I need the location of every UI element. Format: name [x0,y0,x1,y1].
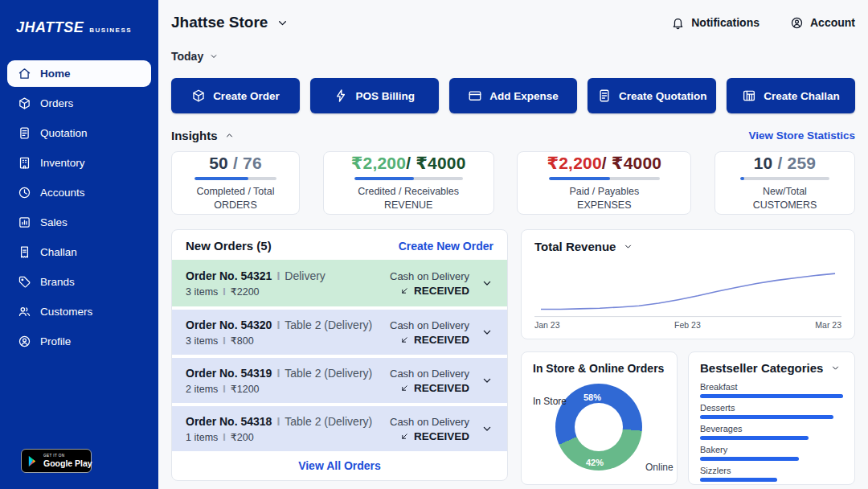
sidebar-item-label: Accounts [40,187,85,199]
sidebar-item-sales[interactable]: Sales [7,209,151,236]
insight-card-value: ₹2,200/ ₹4000 [547,154,661,171]
order-expand-chevron[interactable] [481,422,493,435]
top-header: Jhattse Store Notifications Account [158,0,868,45]
insight-card-caption: New/Total [763,185,807,198]
arrow-sw-icon [399,383,410,393]
arrow-sw-icon [399,286,410,296]
sidebar-item-inventory[interactable]: Inventory [7,150,151,176]
brand-logo-text: JHATTSE [16,19,84,36]
pos-billing-button[interactable]: POS Billing [310,78,439,113]
receipt-icon [18,245,31,259]
notifications-label: Notifications [691,16,760,29]
category-label: Desserts [700,403,843,413]
revenue-line-chart [534,257,841,318]
insights-title: Insights [171,129,218,142]
create-challan-button[interactable]: Create Challan [727,78,855,113]
create-order-button[interactable]: Create Order [171,78,300,113]
date-filter-label: Today [171,50,203,63]
insight-card-orders: 50 / 76 Completed / Total ORDERS [171,151,300,215]
category-label: Bakery [700,445,843,454]
order-amount: ₹200 [231,432,254,443]
google-play-badge[interactable]: GET IT ON Google Play [21,449,92,473]
date-filter-dropdown[interactable]: Today [171,50,219,63]
view-store-statistics-link[interactable]: View Store Statistics [748,129,855,142]
order-row[interactable]: Order No. 54318ITable 2 (Delivery) 1 ite… [172,406,507,451]
sidebar-item-orders[interactable]: Orders [7,90,151,117]
add-expense-button[interactable]: Add Expense [449,78,578,113]
card-icon [468,88,482,103]
quick-actions: Create Order POS Billing Add Expense Cre… [171,78,855,113]
insight-card-revenue: ₹2,200/ ₹4000 Credited / Receivables REV… [323,151,494,215]
view-all-orders-link[interactable]: View All Orders [298,459,381,472]
sidebar-item-label: Home [40,68,71,80]
order-status: RECEIVED [390,382,469,394]
google-play-icon [28,455,39,467]
sidebar-item-accounts[interactable]: Accounts [7,179,151,206]
order-row[interactable]: Order No. 54319ITable 2 (Delivery) 2 ite… [172,358,507,403]
account-button[interactable]: Account [790,16,855,30]
arrow-sw-icon [399,335,410,345]
bestseller-title: Bestseller Categories [700,361,823,375]
create-new-order-link[interactable]: Create New Order [399,240,493,253]
new-orders-panel: New Orders (5) Create New Order Order No… [171,229,508,481]
insight-card-caption: Credited / Receivables [358,185,459,198]
sidebar-item-brands[interactable]: Brands [7,269,151,295]
create-quotation-button[interactable]: Create Quotation [588,78,716,113]
action-button-label: Create Order [213,90,280,102]
category-label: Beverages [700,424,843,434]
order-expand-chevron[interactable] [481,277,493,290]
sidebar-item-label: Customers [40,306,92,318]
total-revenue-dropdown[interactable]: Total Revenue [534,240,841,253]
order-payment-method: Cash on Delivery [390,416,469,428]
insight-card-value: ₹2,200/ ₹4000 [351,154,466,171]
cube-icon [191,88,206,103]
category-bar [700,457,799,461]
category-row: Breakfast [700,382,843,398]
bestseller-dropdown[interactable]: Bestseller Categories [700,361,843,375]
category-row: Bakery [700,445,843,461]
arrow-sw-icon [399,431,410,442]
insight-card-value: 50 / 76 [209,154,262,171]
order-amount: ₹800 [231,335,254,347]
store-selector[interactable]: Jhattse Store [171,14,289,31]
x-tick-mar: Mar 23 [815,320,841,330]
order-amount: ₹1200 [231,384,260,395]
order-row[interactable]: Order No. 54321IDelivery 3 itemsI₹2200 C… [172,260,507,306]
order-channel: Table 2 (Delivery) [285,367,372,380]
donut-label-online: Online [645,462,674,473]
sidebar-item-profile[interactable]: Profile [7,328,151,355]
brand-logo: JHATTSE BUSINESS [0,0,158,36]
total-revenue-title: Total Revenue [534,240,616,253]
insight-cards: 50 / 76 Completed / Total ORDERS ₹2,200/… [171,151,855,215]
category-label: Breakfast [700,382,843,392]
sidebar-item-challan[interactable]: Challan [7,239,151,265]
user-circle-icon [18,335,31,348]
sidebar-item-label: Quotation [40,127,88,139]
bolt-icon [334,88,348,103]
sidebar-item-home[interactable]: Home [7,60,151,87]
order-expand-chevron[interactable] [481,326,493,339]
action-button-label: Create Quotation [619,90,707,102]
users-icon [18,305,31,318]
brand-logo-suffix: BUSINESS [89,27,132,34]
sidebar-item-quotation[interactable]: Quotation [7,120,151,146]
insights-toggle[interactable]: Insights [171,129,235,142]
doc-icon [18,126,31,140]
category-bar [700,415,833,419]
order-row[interactable]: Order No. 54320ITable 2 (Delivery) 3 ite… [172,310,507,355]
clock-icon [18,186,31,199]
google-play-tagline: GET IT ON [43,454,92,458]
order-expand-chevron[interactable] [481,374,493,387]
order-items-count: 3 items [186,335,218,347]
order-items-count: 2 items [186,384,218,395]
x-tick-jan: Jan 23 [534,320,560,330]
sidebar-item-label: Orders [40,97,73,109]
donut-label-instore: In Store [533,396,567,407]
sidebar-item-customers[interactable]: Customers [7,298,151,325]
insight-progress-bar [194,177,276,180]
action-button-label: POS Billing [355,90,415,102]
notifications-button[interactable]: Notifications [671,16,760,30]
new-orders-title: New Orders (5) [186,239,272,253]
insight-card-category: CUSTOMERS [753,199,817,212]
order-channel: Table 2 (Delivery) [285,415,372,428]
